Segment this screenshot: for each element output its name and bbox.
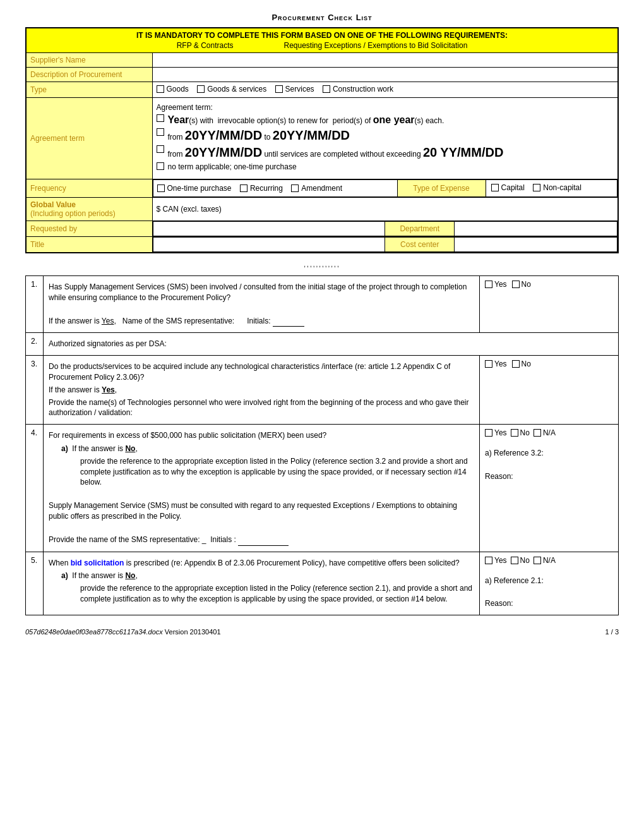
frequency-label: Frequency	[26, 179, 152, 198]
goods-label: Goods	[167, 85, 189, 94]
global-value-content: $ CAN (excl. taxes)	[152, 198, 618, 221]
item-3-no[interactable]: No	[512, 360, 531, 368]
item-4-na[interactable]: N/A	[534, 428, 556, 437]
frequency-type-cell: One-time purchase Recurring Amendment Ty…	[152, 179, 618, 198]
supplier-label: Supplier's Name	[26, 53, 152, 68]
checklist-row-2: 2. Authorized signatories as per DSA:	[26, 333, 619, 356]
noncapital-option[interactable]: Non-capital	[533, 183, 581, 192]
amendment-label: Amendment	[301, 184, 342, 193]
recurring-option[interactable]: Recurring	[240, 184, 283, 193]
global-value-sub: (Including option periods)	[30, 209, 116, 218]
frequency-options: One-time purchase Recurring Amendment	[153, 180, 397, 197]
item-4-answer: Yes No N/A a) Reference 3.2: Reason:	[480, 425, 619, 552]
item-1-no[interactable]: No	[512, 280, 531, 289]
description-value[interactable]	[152, 68, 618, 82]
amendment-checkbox[interactable]	[291, 184, 299, 192]
item-4-num: 4.	[26, 425, 44, 552]
one-time-label: One-time purchase	[167, 184, 232, 193]
agreement-label: Agreement term	[26, 98, 152, 179]
capital-checkbox[interactable]	[491, 184, 499, 191]
item-3-question: Do the products/services to be acquired …	[44, 356, 480, 425]
agreement-cb-2[interactable]	[157, 128, 164, 136]
item-4-yes[interactable]: Yes	[485, 428, 507, 437]
divider: ,,,,,,,,,,,,	[25, 261, 619, 268]
goods-checkbox[interactable]	[157, 85, 164, 93]
agreement-text-3: from 20YY/MM/DD until services are compl…	[168, 145, 504, 160]
goods-services-option[interactable]: Goods & services	[197, 85, 266, 94]
agreement-option-1[interactable]: Year(s) with irrevocable option(s) to re…	[157, 114, 614, 126]
item-4-no[interactable]: No	[511, 428, 530, 437]
global-value-label: Global Value (Including option periods)	[26, 198, 152, 221]
services-label: Services	[285, 85, 314, 94]
expense-options: Capital Non-capital	[486, 180, 617, 197]
item-5-answer: Yes No N/A a) Reference 2.1: Reason:	[480, 552, 619, 615]
noncapital-label: Non-capital	[543, 183, 581, 192]
footer-page: 1 / 3	[605, 628, 619, 636]
title-row: Cost center	[152, 237, 618, 253]
goods-option[interactable]: Goods	[157, 85, 189, 94]
header-col1: RFP & Contracts	[177, 41, 234, 50]
capital-label: Capital	[501, 183, 525, 192]
item-3-yes[interactable]: Yes	[485, 360, 507, 368]
agreement-text-4: no term applicable; one-time purchase	[168, 162, 297, 171]
requested-by-value[interactable]	[153, 222, 385, 236]
item-5-yes[interactable]: Yes	[485, 556, 507, 565]
item-4-question: For requirements in excess of $500,000 h…	[44, 425, 480, 552]
department-value[interactable]	[455, 222, 617, 236]
type-options: Goods Goods & services Services Construc…	[152, 82, 618, 98]
description-label: Description of Procurement	[26, 68, 152, 82]
item-1-num: 1.	[26, 276, 44, 333]
checklist-table: 1. Has Supply Management Services (SMS) …	[25, 275, 619, 615]
construction-label: Construction work	[333, 85, 393, 94]
agreement-text-1: Year(s) with irrevocable option(s) to re…	[168, 114, 444, 126]
title-value[interactable]	[153, 238, 385, 252]
agreement-cb-3[interactable]	[157, 145, 164, 153]
amendment-option[interactable]: Amendment	[291, 184, 342, 193]
recurring-checkbox[interactable]	[240, 184, 247, 192]
cost-center-label: Cost center	[385, 238, 455, 252]
one-time-option[interactable]: One-time purchase	[157, 184, 232, 193]
item-2-num: 2.	[26, 333, 44, 356]
supplier-value[interactable]	[152, 53, 618, 68]
noncapital-checkbox[interactable]	[533, 184, 540, 191]
title-label: Title	[26, 237, 152, 253]
item-2-question: Authorized signatories as per DSA:	[44, 333, 619, 356]
services-checkbox[interactable]	[275, 85, 283, 93]
item-5-reason: Reason:	[485, 598, 613, 609]
checklist-row-1: 1. Has Supply Management Services (SMS) …	[26, 276, 619, 333]
goods-services-checkbox[interactable]	[197, 85, 205, 93]
agreement-cb-4[interactable]	[157, 162, 164, 170]
type-label: Type	[26, 82, 152, 98]
item-4-reason: Reason:	[485, 471, 613, 482]
item-1-question: Has Supply Management Services (SMS) bee…	[44, 276, 480, 333]
agreement-option-2[interactable]: from 20YY/MM/DD to 20YY/MM/DD	[157, 128, 614, 143]
one-time-checkbox[interactable]	[157, 184, 165, 192]
services-option[interactable]: Services	[275, 85, 314, 94]
item-5-no[interactable]: No	[511, 556, 530, 565]
item-3-num: 3.	[26, 356, 44, 425]
checklist-row-5: 5. When bid solicitation is prescribed (…	[26, 552, 619, 615]
construction-checkbox[interactable]	[323, 85, 330, 93]
page-title: Procurement Check List	[25, 13, 619, 22]
item-1-answer: Yes No	[480, 276, 619, 333]
agreement-option-3[interactable]: from 20YY/MM/DD until services are compl…	[157, 145, 614, 160]
department-label: Department	[385, 222, 455, 236]
agreement-cb-1[interactable]	[157, 114, 164, 122]
recurring-label: Recurring	[250, 184, 283, 193]
agreement-content: Agreement term: Year(s) with irrevocable…	[152, 98, 618, 179]
item-5-num: 5.	[26, 552, 44, 615]
item-1-yes[interactable]: Yes	[485, 280, 507, 289]
cost-center-value[interactable]	[455, 238, 617, 252]
capital-option[interactable]: Capital	[491, 183, 525, 192]
checklist-row-4: 4. For requirements in excess of $500,00…	[26, 425, 619, 552]
requested-by-row: Department	[152, 221, 618, 237]
construction-option[interactable]: Construction work	[323, 85, 393, 94]
item-5-question: When bid solicitation is prescribed (re:…	[44, 552, 480, 615]
mandatory-header: IT IS MANDATORY TO COMPLETE THIS FORM BA…	[26, 28, 618, 53]
header-col2: Requesting Exceptions / Exemptions to Bi…	[283, 41, 467, 50]
item-5-ref: a) Reference 2.1:	[485, 576, 613, 586]
footer-version: Version 20130401	[165, 628, 221, 636]
agreement-option-4[interactable]: no term applicable; one-time purchase	[157, 162, 614, 171]
item-5-na[interactable]: N/A	[534, 556, 556, 565]
item-4-ref: a) Reference 3.2:	[485, 448, 613, 459]
